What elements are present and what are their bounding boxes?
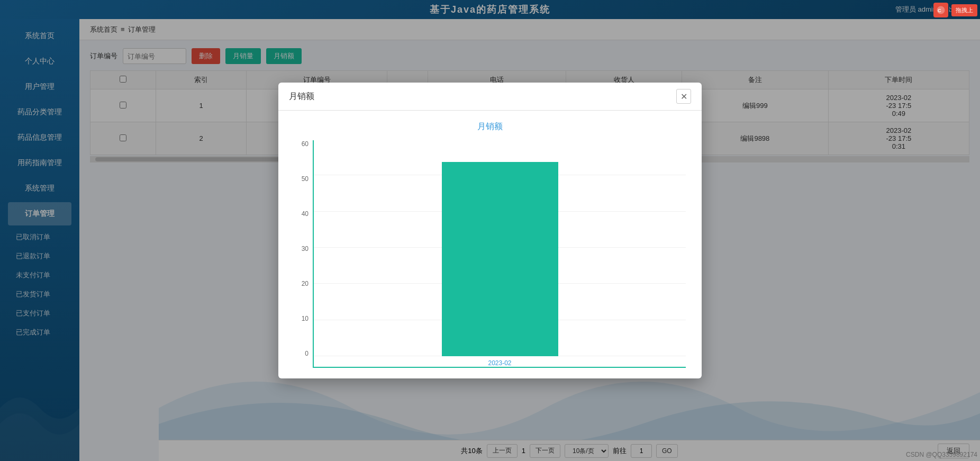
y-label-60: 60 xyxy=(302,140,308,148)
y-label-40: 40 xyxy=(302,210,308,218)
modal-title: 月销额 xyxy=(289,91,314,102)
modal-overlay: 月销额 ✕ 月销额 60 50 40 30 20 10 0 xyxy=(0,0,980,461)
chart-bar-feb xyxy=(442,162,558,356)
svg-text:C: C xyxy=(938,8,941,13)
y-label-30: 30 xyxy=(302,245,308,252)
x-label-feb: 2023-02 xyxy=(488,359,511,367)
chart-plot: 2023-02 xyxy=(313,140,686,368)
modal: 月销额 ✕ 月销额 60 50 40 30 20 10 0 xyxy=(278,83,702,378)
y-label-50: 50 xyxy=(302,175,308,183)
modal-body: 月销额 60 50 40 30 20 10 0 xyxy=(278,111,702,378)
chart-bar-container xyxy=(314,140,686,356)
drag-upload-btn[interactable]: 拖拽上 xyxy=(951,4,977,16)
close-icon: ✕ xyxy=(680,92,687,102)
csdn-badge: CSDN @QQ3359892174 xyxy=(906,451,977,458)
chart-title: 月销额 xyxy=(294,121,686,132)
chart-y-axis: 60 50 40 30 20 10 0 xyxy=(294,140,313,368)
csdn-icon: C xyxy=(933,3,948,17)
y-label-0: 0 xyxy=(305,350,308,357)
chart-x-labels: 2023-02 xyxy=(314,359,686,367)
chart-area: 60 50 40 30 20 10 0 xyxy=(294,140,686,368)
y-label-20: 20 xyxy=(302,280,308,287)
modal-header: 月销额 ✕ xyxy=(278,83,702,111)
y-label-10: 10 xyxy=(302,315,308,322)
modal-close-button[interactable]: ✕ xyxy=(676,89,691,104)
